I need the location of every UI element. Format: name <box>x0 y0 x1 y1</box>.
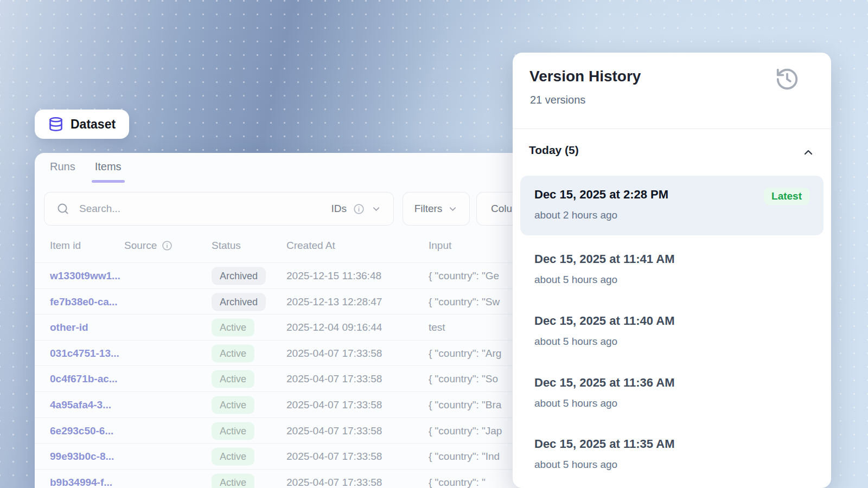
input-cell: { "country": "Sw <box>429 296 500 308</box>
version-entry[interactable]: Dec 15, 2025 at 2:28 PM Latest about 2 h… <box>520 176 824 235</box>
chevron-down-icon <box>448 204 458 214</box>
filters-button[interactable]: Filters <box>403 192 470 226</box>
tab-items[interactable]: Items <box>95 160 122 181</box>
section-header-today: Today (5) <box>529 144 579 157</box>
created-at-cell: 2025-12-13 12:28:47 <box>286 296 382 308</box>
input-cell: { "country": "Jap <box>429 425 502 437</box>
item-id-link[interactable]: fe7b38e0-ca... <box>50 296 118 308</box>
tab-bar: Runs Items <box>50 160 122 181</box>
input-cell: test <box>429 322 445 333</box>
status-badge: Active <box>212 422 254 440</box>
item-id-link[interactable]: 0c4f671b-ac... <box>50 373 118 385</box>
created-at-cell: 2025-04-07 17:33:58 <box>286 477 382 488</box>
version-entry[interactable]: Dec 15, 2025 at 11:35 AM about 5 hours a… <box>520 437 824 483</box>
input-cell: { "country": "So <box>429 373 498 385</box>
status-badge: Active <box>212 396 254 414</box>
status-badge: Active <box>212 345 254 363</box>
version-entry[interactable]: Dec 15, 2025 at 11:36 AM about 5 hours a… <box>520 376 824 421</box>
info-icon <box>162 240 173 251</box>
created-at-cell: 2025-04-07 17:33:58 <box>286 425 382 437</box>
item-id-link[interactable]: 6e293c50-6... <box>50 425 113 437</box>
version-entry-time-ago: about 5 hours ago <box>534 336 617 348</box>
version-entry[interactable]: Dec 15, 2025 at 11:40 AM about 5 hours a… <box>520 314 824 359</box>
item-id-link[interactable]: 031c4751-13... <box>50 348 119 359</box>
item-id-link[interactable]: w1330t9ww1... <box>50 270 120 282</box>
dataset-chip[interactable]: Dataset <box>35 110 129 139</box>
status-badge: Archived <box>212 293 266 311</box>
created-at-cell: 2025-04-07 17:33:58 <box>286 348 382 359</box>
created-at-cell: 2025-12-15 11:36:48 <box>286 270 381 282</box>
input-cell: { "country": "Arg <box>429 348 501 359</box>
ids-dropdown[interactable]: IDs <box>331 203 382 215</box>
input-cell: { "country": "Ge <box>429 270 499 282</box>
active-tab-indicator <box>92 180 125 183</box>
tab-runs[interactable]: Runs <box>50 160 75 181</box>
divider <box>513 129 831 129</box>
version-history-title: Version History <box>529 68 641 85</box>
ids-label: IDs <box>331 203 347 215</box>
status-badge: Active <box>212 474 254 488</box>
created-at-cell: 2025-04-07 17:33:58 <box>286 373 382 385</box>
input-cell: { "country": " <box>429 477 486 488</box>
created-at-cell: 2025-04-07 17:33:58 <box>286 399 382 411</box>
status-badge: Archived <box>212 267 266 285</box>
item-id-link[interactable]: 99e93b0c-8... <box>50 451 114 463</box>
column-header-status: Status <box>212 240 241 252</box>
version-history-panel: Version History 21 versions Today (5) De… <box>513 53 831 488</box>
version-entry-title: Dec 15, 2025 at 11:40 AM <box>534 314 674 328</box>
version-entry-time-ago: about 5 hours ago <box>534 274 617 286</box>
item-id-link[interactable]: b9b34994-f... <box>50 477 112 488</box>
status-badge: Active <box>212 319 254 337</box>
version-entry-title: Dec 15, 2025 at 11:36 AM <box>534 376 674 390</box>
item-id-link[interactable]: 4a95afa4-3... <box>50 399 111 411</box>
item-id-link[interactable]: other-id <box>50 322 88 333</box>
app-canvas: Dataset Runs Items IDs <box>0 0 868 488</box>
version-entry[interactable]: Dec 15, 2025 at 11:41 AM about 5 hours a… <box>520 252 824 298</box>
column-header-source: Source <box>124 240 173 252</box>
version-entry-title: Dec 15, 2025 at 11:35 AM <box>534 437 674 451</box>
created-at-cell: 2025-04-07 17:33:58 <box>286 451 382 463</box>
created-at-cell: 2025-12-04 09:16:44 <box>286 322 382 333</box>
search-input[interactable] <box>78 202 323 215</box>
history-icon <box>775 67 800 92</box>
column-header-input: Input <box>429 240 451 252</box>
version-entry-time-ago: about 5 hours ago <box>534 459 617 471</box>
version-entry-title: Dec 15, 2025 at 2:28 PM <box>534 188 668 202</box>
chevron-up-icon[interactable] <box>802 146 815 159</box>
latest-badge: Latest <box>764 188 809 205</box>
version-entry-time-ago: about 5 hours ago <box>534 397 617 409</box>
input-cell: { "country": "Ind <box>429 451 500 463</box>
version-entry-title: Dec 15, 2025 at 11:41 AM <box>534 252 674 266</box>
version-count: 21 versions <box>530 94 585 106</box>
chevron-down-icon <box>371 204 381 214</box>
status-badge: Active <box>212 370 254 388</box>
column-header-item-id: Item id <box>50 240 81 252</box>
search-box: IDs <box>44 192 394 226</box>
version-entry-time-ago: about 2 hours ago <box>534 209 617 221</box>
dataset-chip-label: Dataset <box>71 117 116 132</box>
search-icon <box>56 202 69 215</box>
database-icon <box>48 117 63 132</box>
column-header-created-at: Created At <box>286 240 335 252</box>
input-cell: { "country": "Bra <box>429 399 501 411</box>
info-icon <box>353 203 365 215</box>
status-badge: Active <box>212 448 254 466</box>
